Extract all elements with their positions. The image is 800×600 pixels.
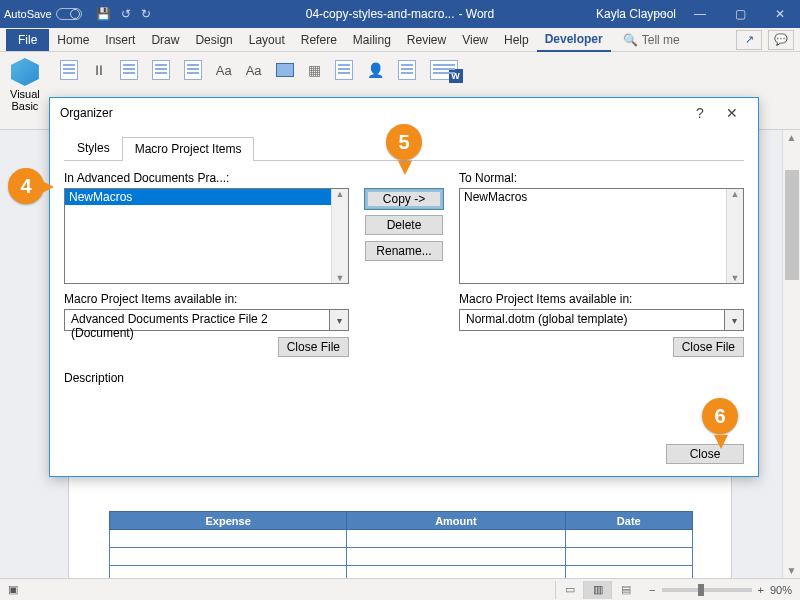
restore-button[interactable]: ▢ xyxy=(720,0,760,28)
app-name: - Word xyxy=(458,7,494,21)
tab-file[interactable]: File xyxy=(6,29,49,51)
scroll-up-icon[interactable]: ▲ xyxy=(787,132,797,143)
zoom-in-button[interactable]: + xyxy=(758,584,764,596)
macro-record-icon[interactable]: ▣ xyxy=(8,583,18,596)
delete-button[interactable]: Delete xyxy=(365,215,443,235)
picture-control-icon[interactable] xyxy=(276,63,294,77)
scroll-down-icon[interactable]: ▼ xyxy=(731,273,740,283)
right-combo[interactable]: Normal.dotm (global template) ▾ xyxy=(459,309,744,331)
right-list-label: To Normal: xyxy=(459,171,744,185)
table-row[interactable] xyxy=(110,548,693,566)
redo-icon[interactable]: ↻ xyxy=(141,7,151,21)
zoom-control: − + 90% xyxy=(649,584,792,596)
rich-text-control-icon[interactable]: Aa xyxy=(216,63,232,78)
print-layout-icon[interactable]: ▥ xyxy=(583,581,611,599)
tab-view[interactable]: View xyxy=(454,29,496,51)
callout-5-badge: 5 xyxy=(386,124,422,160)
ribbon-controls: ⏸ Aa Aa ▦ 👤 W xyxy=(60,54,458,80)
zoom-slider[interactable] xyxy=(662,588,752,592)
scroll-down-icon[interactable]: ▼ xyxy=(336,273,345,283)
tab-design[interactable]: Design xyxy=(187,29,240,51)
dialog-columns: In Advanced Documents Pra...: NewMacros … xyxy=(64,171,744,357)
restrict-editing-icon[interactable] xyxy=(398,60,416,80)
zoom-level[interactable]: 90% xyxy=(770,584,792,596)
ribbon-options-icon[interactable]: ⋯ xyxy=(640,0,680,28)
com-addins-icon[interactable] xyxy=(184,60,202,80)
plain-text-control-icon[interactable]: Aa xyxy=(246,63,262,78)
right-column: To Normal: NewMacros ▲▼ Macro Project It… xyxy=(459,171,744,357)
tab-home[interactable]: Home xyxy=(49,29,97,51)
callout-5: 5 xyxy=(386,124,424,174)
window-buttons: ⋯ — ▢ ✕ xyxy=(640,0,800,28)
dialog-tab-macro[interactable]: Macro Project Items xyxy=(122,137,255,161)
titlebar-left: AutoSave 💾 ↺ ↻ xyxy=(4,7,151,21)
tab-layout[interactable]: Layout xyxy=(241,29,293,51)
dialog-tab-styles[interactable]: Styles xyxy=(64,136,123,160)
scroll-up-icon[interactable]: ▲ xyxy=(336,189,345,199)
visual-basic-button[interactable]: Visual Basic xyxy=(6,54,44,116)
pause-icon[interactable]: ⏸ xyxy=(92,62,106,78)
expense-table: Expense Amount Date xyxy=(109,511,693,578)
building-block-icon[interactable]: ▦ xyxy=(308,62,321,78)
callout-4-badge: 4 xyxy=(8,168,44,204)
chevron-down-icon[interactable]: ▾ xyxy=(329,309,349,331)
tab-help[interactable]: Help xyxy=(496,29,537,51)
dialog-title: Organizer xyxy=(60,106,113,120)
xml-mapping-icon[interactable] xyxy=(335,60,353,80)
zoom-out-button[interactable]: − xyxy=(649,584,655,596)
dialog-help-button[interactable]: ? xyxy=(684,105,716,121)
doc-name: 04-copy-styles-and-macro... xyxy=(306,7,455,21)
comments-button[interactable]: 💬 xyxy=(768,30,794,50)
ribbon-tabs: File Home Insert Draw Design Layout Refe… xyxy=(0,28,800,52)
tab-review[interactable]: Review xyxy=(399,29,454,51)
tab-references[interactable]: Refere xyxy=(293,29,345,51)
document-title: 04-copy-styles-and-macro... - Word xyxy=(306,7,495,21)
table-row[interactable] xyxy=(110,530,693,548)
left-combo-label: Macro Project Items available in: xyxy=(64,292,349,306)
scroll-up-icon[interactable]: ▲ xyxy=(731,189,740,199)
rename-button[interactable]: Rename... xyxy=(365,241,443,261)
macros-icon[interactable] xyxy=(60,60,78,80)
tab-mailings[interactable]: Mailing xyxy=(345,29,399,51)
right-list-scrollbar[interactable]: ▲▼ xyxy=(726,189,743,283)
left-listbox[interactable]: NewMacros ▲▼ xyxy=(64,188,349,284)
document-template-icon[interactable]: W xyxy=(430,60,458,80)
right-close-file-button[interactable]: Close File xyxy=(673,337,744,357)
table-header-row: Expense Amount Date xyxy=(110,512,693,530)
share-button[interactable]: ↗ xyxy=(736,30,762,50)
web-layout-icon[interactable]: ▤ xyxy=(611,581,639,599)
search-icon: 🔍 xyxy=(623,33,638,47)
callout-4: 4 xyxy=(8,168,46,218)
autosave-toggle[interactable]: AutoSave xyxy=(4,8,82,20)
tab-draw[interactable]: Draw xyxy=(143,29,187,51)
read-mode-icon[interactable]: ▭ xyxy=(555,581,583,599)
left-list-item-newmacros[interactable]: NewMacros xyxy=(65,189,331,205)
dialog-close-x[interactable]: ✕ xyxy=(716,105,748,121)
close-window-button[interactable]: ✕ xyxy=(760,0,800,28)
tell-me-label: Tell me xyxy=(642,33,680,47)
left-combo[interactable]: Advanced Documents Practice File 2 (Docu… xyxy=(64,309,349,331)
copy-button[interactable]: Copy -> xyxy=(365,189,443,209)
undo-icon[interactable]: ↺ xyxy=(121,7,131,21)
right-list-item-newmacros[interactable]: NewMacros xyxy=(460,189,726,205)
vertical-scrollbar[interactable]: ▲ ▼ xyxy=(782,130,800,578)
right-listbox[interactable]: NewMacros ▲▼ xyxy=(459,188,744,284)
chevron-down-icon[interactable]: ▾ xyxy=(724,309,744,331)
tab-developer[interactable]: Developer xyxy=(537,28,611,52)
tell-me[interactable]: 🔍 Tell me xyxy=(623,33,680,47)
scrollbar-thumb[interactable] xyxy=(785,170,799,280)
word-addins-icon[interactable] xyxy=(152,60,170,80)
word-badge-icon: W xyxy=(449,69,463,83)
tab-insert[interactable]: Insert xyxy=(97,29,143,51)
view-buttons: ▭ ▥ ▤ xyxy=(555,581,639,599)
title-bar: AutoSave 💾 ↺ ↻ 04-copy-styles-and-macro.… xyxy=(0,0,800,28)
save-icon[interactable]: 💾 xyxy=(96,7,111,21)
block-authors-icon[interactable]: 👤 xyxy=(367,62,384,78)
left-close-file-button[interactable]: Close File xyxy=(278,337,349,357)
left-list-scrollbar[interactable]: ▲▼ xyxy=(331,189,348,283)
minimize-button[interactable]: — xyxy=(680,0,720,28)
addins-icon[interactable] xyxy=(120,60,138,80)
table-row[interactable] xyxy=(110,566,693,579)
toggle-switch-icon xyxy=(56,8,82,20)
scroll-down-icon[interactable]: ▼ xyxy=(787,565,797,576)
